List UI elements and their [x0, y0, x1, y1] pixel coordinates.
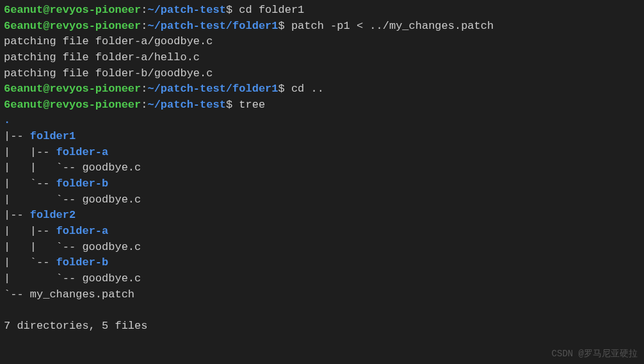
tree-dir-folder-a: folder-a [56, 225, 109, 237]
tree-file: | `-- goodbye.c [4, 271, 640, 287]
host: revyos-pioneer [49, 20, 141, 32]
tree-dir-folder-b: folder-b [56, 256, 109, 269]
command[interactable]: patch -p1 < ../my_changes.patch [291, 20, 494, 32]
patch-output-1: patching file folder-a/goodbye.c [4, 34, 640, 50]
cwd: ~/patch-test [147, 99, 225, 111]
prompt-line-4: 6eanut@revyos-pioneer:~/patch-test$ tree [4, 97, 640, 113]
user: 6eanut [4, 20, 43, 32]
patch-output-2: patching file folder-a/hello.c [4, 50, 640, 66]
watermark: CSDN @罗马尼亚硬拉 [552, 347, 638, 360]
patch-output-3: patching file folder-b/goodbye.c [4, 66, 640, 82]
cwd: ~/patch-test/folder1 [147, 20, 278, 32]
command[interactable]: cd .. [291, 83, 324, 95]
at-sign: @ [43, 99, 49, 111]
tree-line: | |-- folder-a [4, 145, 640, 161]
tree-line: |-- folder2 [4, 208, 640, 224]
host: revyos-pioneer [49, 99, 141, 111]
prompt-line-2: 6eanut@revyos-pioneer:~/patch-test/folde… [4, 19, 640, 35]
tree-blank [4, 302, 640, 318]
tree-dir-folder-b: folder-b [56, 178, 109, 190]
tree-file: | | `-- goodbye.c [4, 160, 640, 176]
cwd: ~/patch-test [147, 4, 225, 16]
user: 6eanut [4, 4, 43, 16]
tree-dir-folder2: folder2 [30, 209, 76, 221]
tree-line: |-- folder1 [4, 129, 640, 145]
tree-line: | `-- folder-b [4, 255, 640, 271]
tree-dir-folder-a: folder-a [56, 146, 109, 158]
user: 6eanut [4, 83, 43, 95]
command[interactable]: tree [239, 99, 265, 111]
at-sign: @ [43, 20, 49, 32]
at-sign: @ [43, 4, 49, 16]
at-sign: @ [43, 83, 49, 95]
host: revyos-pioneer [49, 83, 141, 95]
tree-file: `-- my_changes.patch [4, 287, 640, 303]
user: 6eanut [4, 99, 43, 111]
tree-line: | `-- folder-b [4, 176, 640, 192]
tree-root: . [4, 113, 640, 129]
prompt-line-1: 6eanut@revyos-pioneer:~/patch-test$ cd f… [4, 3, 640, 19]
tree-line: | |-- folder-a [4, 224, 640, 240]
tree-dir-folder1: folder1 [30, 130, 76, 142]
host: revyos-pioneer [49, 4, 141, 16]
tree-file: | | `-- goodbye.c [4, 240, 640, 256]
tree-file: | `-- goodbye.c [4, 192, 640, 208]
prompt-line-3: 6eanut@revyos-pioneer:~/patch-test/folde… [4, 81, 640, 97]
command[interactable]: cd folder1 [239, 4, 304, 16]
cwd: ~/patch-test/folder1 [147, 83, 278, 95]
tree-summary: 7 directories, 5 files [4, 318, 640, 335]
